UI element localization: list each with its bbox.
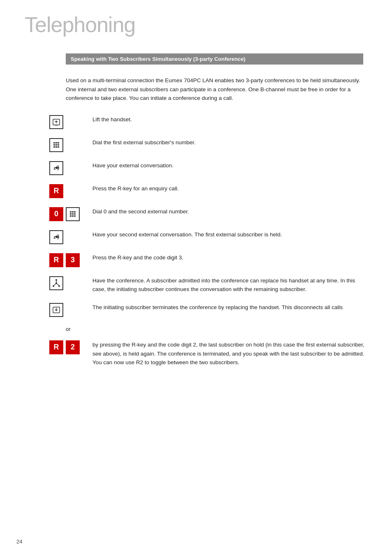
step-10-icon-area: R 2 — [49, 340, 88, 354]
step-9-text: The initiating subscriber terminates the… — [88, 303, 367, 312]
handset-up-icon — [49, 115, 63, 129]
step-6-text: Have your second external conversation. … — [88, 230, 367, 239]
svg-rect-2 — [53, 142, 55, 143]
svg-point-28 — [55, 282, 57, 284]
svg-rect-12 — [70, 211, 71, 213]
svg-rect-19 — [72, 215, 74, 217]
step-6-icon-area — [49, 230, 88, 244]
step-8-text: Have the conference. A subscriber admitt… — [88, 276, 367, 294]
svg-point-21 — [55, 236, 58, 238]
svg-rect-16 — [72, 213, 74, 215]
handset-down-icon — [49, 303, 63, 317]
svg-rect-3 — [55, 142, 57, 143]
page-title: Telephoning — [25, 12, 367, 37]
svg-rect-8 — [53, 146, 55, 148]
section-header: Speaking with Two Subscribers Simultaneo… — [66, 53, 363, 65]
svg-rect-20 — [74, 215, 76, 217]
svg-rect-7 — [58, 144, 59, 146]
step-7-icon-area: R 3 — [49, 253, 88, 267]
step-3-icon-area — [49, 161, 88, 175]
r-key2-icon: R — [49, 253, 63, 267]
step-5: 0 Dial 0 and the second external number. — [25, 207, 367, 221]
step-1-icon-area — [49, 115, 88, 129]
conference-icon — [49, 276, 63, 290]
svg-rect-4 — [58, 142, 59, 143]
step-7: R 3 Press the R-key and the code digit 3… — [25, 253, 367, 267]
step-10-text: by pressing the R-key and the code digit… — [88, 340, 367, 367]
r-key-icon: R — [49, 184, 63, 198]
svg-rect-10 — [58, 146, 59, 148]
svg-rect-14 — [74, 211, 76, 213]
svg-point-26 — [53, 285, 54, 287]
svg-rect-9 — [55, 146, 57, 148]
page-number: 24 — [16, 539, 22, 545]
step-5-icon-area: 0 — [49, 207, 88, 221]
svg-rect-5 — [53, 144, 55, 146]
svg-rect-6 — [55, 144, 57, 146]
step-2-icon-area — [49, 138, 88, 152]
step-2: Dial the first external subscriber's num… — [25, 138, 367, 152]
step-10: R 2 by pressing the R-key and the code d… — [25, 340, 367, 367]
step-7-text: Press the R-key and the code digit 3. — [88, 253, 367, 262]
step-4: R Press the R-key for an enquiry call. — [25, 184, 367, 198]
svg-rect-17 — [74, 213, 76, 215]
step-2-text: Dial the first external subscriber's num… — [88, 138, 367, 147]
step-4-text: Press the R-key for an enquiry call. — [88, 184, 367, 193]
intro-text: Used on a multi-terminal connection the … — [66, 76, 363, 103]
step-6: Have your second external conversation. … — [25, 230, 367, 244]
svg-rect-13 — [72, 211, 74, 213]
step-3: Have your external conversation. — [25, 161, 367, 175]
step-9: The initiating subscriber terminates the… — [25, 303, 367, 317]
keypad2-icon — [66, 207, 80, 221]
step-9-icon-area — [49, 303, 88, 317]
step-8-icon-area — [49, 276, 88, 290]
svg-point-27 — [58, 285, 60, 287]
two-key-icon: 2 — [66, 340, 80, 354]
page: Telephoning Speaking with Two Subscriber… — [0, 0, 392, 557]
step-5-text: Dial 0 and the second external number. — [88, 207, 367, 216]
or-text: or — [66, 326, 367, 332]
zero-key-icon: 0 — [49, 207, 63, 221]
step-1-text: Lift the handset. — [88, 115, 367, 124]
earphone-icon — [49, 161, 63, 175]
svg-point-25 — [55, 279, 57, 281]
step-1: Lift the handset. — [25, 115, 367, 129]
svg-rect-15 — [70, 213, 71, 215]
r-key3-icon: R — [49, 340, 63, 354]
step-8: Have the conference. A subscriber admitt… — [25, 276, 367, 294]
earphone2-icon — [49, 230, 63, 244]
three-key-icon: 3 — [66, 253, 80, 267]
svg-point-11 — [55, 166, 58, 169]
step-4-icon-area: R — [49, 184, 88, 198]
keypad-icon — [49, 138, 63, 152]
svg-rect-18 — [70, 215, 71, 217]
step-3-text: Have your external conversation. — [88, 161, 367, 170]
